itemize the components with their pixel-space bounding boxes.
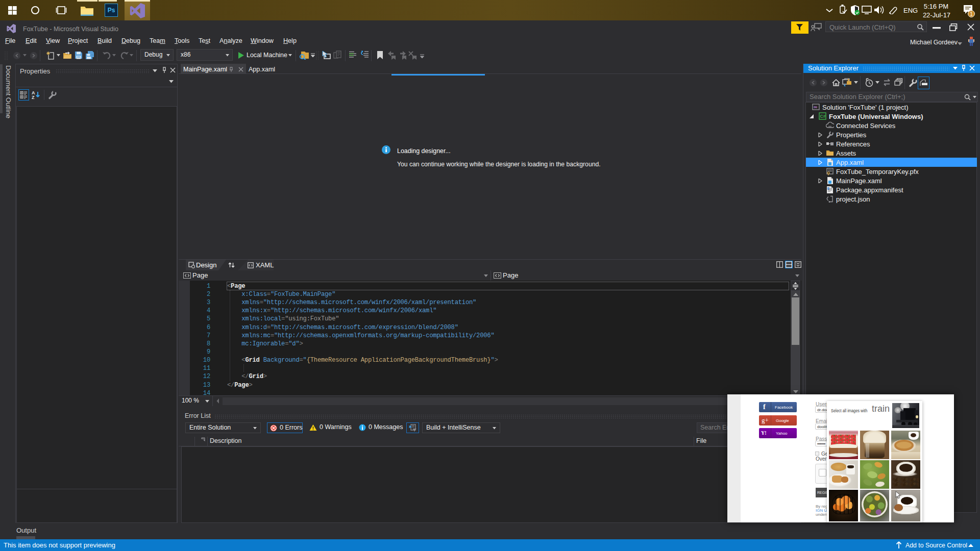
svg-text:1: 1: [970, 11, 973, 17]
svg-text:∞: ∞: [814, 104, 817, 110]
svg-text:C#: C#: [820, 114, 826, 119]
svg-text:Z: Z: [32, 95, 35, 99]
